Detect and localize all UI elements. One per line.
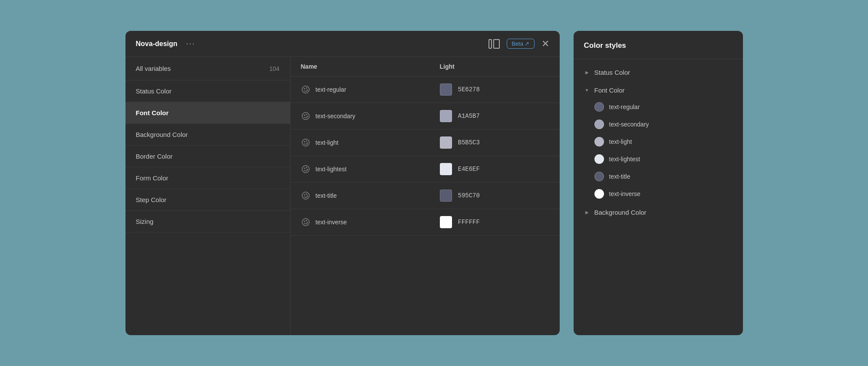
- palette-icon: [301, 191, 310, 200]
- chevron-font-color-icon: ▼: [584, 88, 590, 93]
- svg-point-12: [302, 166, 309, 173]
- layout-left-bar: [488, 39, 492, 49]
- row-light-cell: 595C70: [440, 190, 480, 202]
- rp-item-label: text-inverse: [609, 190, 640, 197]
- svg-point-21: [304, 221, 305, 222]
- row-name-text: text-lightest: [316, 166, 347, 173]
- row-light-cell: 5E6278: [440, 83, 480, 96]
- column-name-header: Name: [301, 63, 440, 70]
- sidebar-item-form-color[interactable]: Form Color: [125, 167, 290, 189]
- row-light-cell: A1A5B7: [440, 110, 480, 122]
- sidebar-item-border-color[interactable]: Border Color: [125, 146, 290, 167]
- row-light-cell: B5B5C3: [440, 136, 480, 149]
- row-name-cell: text-title: [301, 191, 440, 200]
- beta-badge-button[interactable]: Beta ↗: [507, 39, 534, 49]
- svg-point-0: [302, 86, 309, 93]
- table-row[interactable]: text-lightest E4E6EF: [290, 156, 560, 183]
- table-row[interactable]: text-inverse FFFFFF: [290, 209, 560, 236]
- sidebar-item-sizing[interactable]: Sizing: [125, 211, 290, 233]
- rp-color-circle: [594, 137, 604, 146]
- sidebar-item-background-color[interactable]: Background Color: [125, 124, 290, 146]
- all-variables-count: 104: [269, 65, 279, 72]
- rp-item-label: text-lightest: [609, 156, 640, 163]
- right-panel: Color styles ▶ Status Color ▼ Font Color…: [574, 31, 743, 335]
- palette-icon: [301, 217, 310, 227]
- svg-point-15: [307, 169, 308, 170]
- panel-header: Nova-design ··· Beta ↗ ✕: [125, 31, 560, 57]
- svg-point-17: [304, 194, 305, 196]
- row-name-cell: text-inverse: [301, 217, 440, 227]
- table-row[interactable]: text-secondary A1A5B7: [290, 103, 560, 130]
- svg-point-11: [307, 143, 308, 144]
- rp-list-item[interactable]: text-regular: [594, 98, 743, 116]
- layout-toggle-button[interactable]: [488, 39, 500, 49]
- palette-icon: [301, 138, 310, 147]
- column-light-header: Light: [440, 63, 455, 70]
- content-area: Name Light text-regular 5E6278: [290, 57, 560, 335]
- dots-menu-button[interactable]: ···: [186, 39, 195, 48]
- row-name-text: text-regular: [316, 86, 347, 93]
- row-light-cell: E4E6EF: [440, 163, 480, 175]
- table-row[interactable]: text-title 595C70: [290, 183, 560, 209]
- color-swatch: [440, 83, 452, 96]
- layout-right-bar: [493, 39, 500, 49]
- svg-point-2: [306, 87, 307, 89]
- rp-list-item[interactable]: text-lightest: [594, 150, 743, 168]
- rp-color-circle: [594, 120, 604, 129]
- svg-point-9: [304, 141, 305, 143]
- rp-list-item[interactable]: text-title: [594, 168, 743, 185]
- row-name-text: text-light: [316, 139, 339, 146]
- table-header: Name Light: [290, 57, 560, 77]
- sidebar: All variables 104 Status Color Font Colo…: [125, 57, 290, 335]
- svg-point-18: [306, 193, 307, 195]
- rp-section-status-color: ▶ Status Color: [574, 64, 743, 80]
- sidebar-item-font-color[interactable]: Font Color: [125, 102, 290, 124]
- rp-section-header-background-color[interactable]: ▶ Background Color: [574, 204, 743, 220]
- svg-point-6: [306, 114, 307, 115]
- rp-section-header-status-color[interactable]: ▶ Status Color: [574, 64, 743, 80]
- chevron-status-color-icon: ▶: [584, 70, 590, 75]
- rp-list-item[interactable]: text-secondary: [594, 116, 743, 133]
- rp-section-label-font-color: Font Color: [594, 87, 625, 94]
- row-name-text: text-inverse: [316, 219, 347, 226]
- color-swatch: [440, 136, 452, 149]
- all-variables-label: All variables: [136, 65, 171, 72]
- svg-point-5: [304, 115, 305, 116]
- row-name-cell: text-lightest: [301, 164, 440, 174]
- rp-item-label: text-secondary: [609, 121, 649, 128]
- rp-section-header-font-color[interactable]: ▼ Font Color: [574, 82, 743, 98]
- svg-point-23: [307, 222, 308, 223]
- table-body: text-regular 5E6278 text-secondary A1A: [290, 77, 560, 335]
- main-panel: Nova-design ··· Beta ↗ ✕ All variables 1…: [125, 31, 560, 335]
- svg-point-19: [307, 196, 308, 197]
- close-button[interactable]: ✕: [541, 39, 549, 49]
- rp-item-label: text-regular: [609, 103, 640, 110]
- rp-list-item[interactable]: text-inverse: [594, 185, 743, 203]
- sidebar-item-status-color[interactable]: Status Color: [125, 80, 290, 102]
- row-name-cell: text-secondary: [301, 111, 440, 121]
- color-hex: A1A5B7: [458, 113, 480, 120]
- all-variables-item[interactable]: All variables 104: [125, 57, 290, 80]
- rp-section-label-status-color: Status Color: [594, 69, 630, 76]
- palette-icon: [301, 111, 310, 121]
- row-name-cell: text-regular: [301, 85, 440, 94]
- rp-color-circle: [594, 172, 604, 181]
- svg-point-14: [306, 167, 307, 168]
- color-swatch: [440, 190, 452, 202]
- svg-point-13: [304, 168, 305, 169]
- table-row[interactable]: text-regular 5E6278: [290, 77, 560, 103]
- table-row[interactable]: text-light B5B5C3: [290, 130, 560, 156]
- header-actions: Beta ↗ ✕: [488, 39, 549, 49]
- sidebar-item-step-color[interactable]: Step Color: [125, 189, 290, 211]
- color-swatch: [440, 163, 452, 175]
- panel-title: Nova-design: [136, 40, 178, 48]
- rp-section-label-background-color: Background Color: [594, 209, 647, 216]
- rp-item-label: text-title: [609, 173, 630, 180]
- svg-point-8: [302, 139, 309, 146]
- right-panel-title: Color styles: [574, 41, 743, 59]
- rp-list-item[interactable]: text-light: [594, 133, 743, 150]
- color-hex: 5E6278: [458, 86, 480, 93]
- svg-point-22: [306, 220, 307, 221]
- palette-icon: [301, 164, 310, 174]
- svg-point-3: [307, 90, 308, 91]
